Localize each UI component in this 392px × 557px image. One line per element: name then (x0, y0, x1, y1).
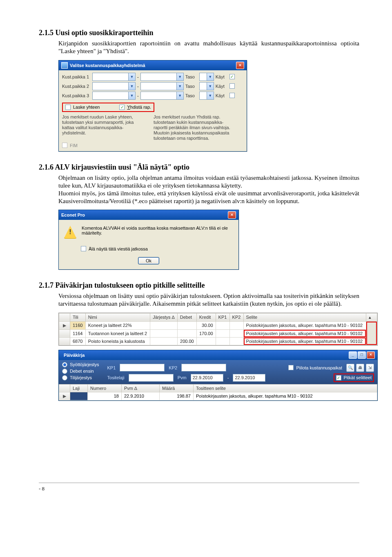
pitkat-checkbox[interactable]: ✓ (336, 375, 341, 380)
cell-selite[interactable]: Poistokirjausten jaksotus, alkuper. tapa… (243, 337, 366, 345)
col-debet[interactable]: Debet (177, 313, 196, 321)
col-nimi[interactable]: Nimi (85, 313, 150, 321)
fim-checkbox[interactable] (62, 143, 67, 148)
pvm-to-input[interactable]: 22.9.2010 (233, 374, 265, 382)
grid-row[interactable]: 1164 Tuotannon koneet ja laitteet 2 170.… (59, 329, 377, 337)
kp1-combo-2[interactable]: ▼ (140, 73, 184, 81)
col-maara[interactable]: Määrä (160, 384, 194, 392)
ok-button[interactable]: Ok (138, 257, 159, 264)
col-kredit[interactable]: Kredit (196, 313, 216, 321)
laske-yhteen-label: Laske yhteen (73, 105, 100, 110)
close-icon[interactable]: × (367, 351, 375, 359)
cell-kredit[interactable]: 170.00 (196, 329, 216, 337)
kp2-combo-1[interactable]: ▼ (92, 82, 136, 90)
cell-jarj[interactable] (150, 329, 178, 337)
preview-icon[interactable]: 🔍 (346, 364, 354, 372)
paivakirja-titlebar[interactable]: Päiväkirja _ □ × (59, 350, 377, 360)
grid-row[interactable]: 6870 Poisto koneista ja kalustosta 200.0… (59, 337, 377, 345)
yhdista-rap-checkbox[interactable]: ✓ (119, 105, 125, 110)
cell-kredit[interactable]: 30.00 (196, 321, 216, 329)
p-217-1: Versiossa ohjelmaan on lisätty uusi opti… (58, 292, 359, 308)
cell-tili[interactable]: 6870 (70, 337, 86, 345)
kp3-combo-2[interactable]: ▼ (140, 92, 184, 100)
close-icon[interactable]: × (228, 211, 236, 219)
cell-laji[interactable] (70, 392, 88, 400)
cell-debet[interactable]: 200.00 (177, 337, 196, 345)
voucher-grid: Tili Nimi Järjestys ∆ Debet Kredit KP1 K… (58, 313, 378, 346)
radio-tilijarjestys[interactable] (62, 375, 67, 380)
pvm-from-input[interactable]: 22.9.2010 (191, 374, 223, 382)
radio-syottojarjestys[interactable] (62, 362, 67, 367)
scrollbar-up-icon[interactable]: ▴ (366, 313, 377, 321)
close-icon[interactable]: × (236, 62, 244, 69)
col-jarjestys[interactable]: Järjestys ∆ (150, 313, 178, 321)
kp1-input[interactable] (120, 364, 165, 371)
heading-217: 2.1.7 Päiväkirjan tulostukseen optio pit… (39, 281, 359, 290)
dialog-title: Valitse kustannuspaikkayhdistelmä (70, 63, 145, 68)
cell-pvm[interactable]: 22.9.2010 (122, 392, 160, 400)
col-numero[interactable]: Numero (88, 384, 122, 392)
econet-titlebar[interactable]: Econet Pro × (59, 210, 238, 220)
kp2-kayt-checkbox[interactable] (229, 83, 235, 89)
cell-tositteen-selite[interactable]: Poistokirjausten jaksotus, alkuper. tapa… (194, 392, 377, 400)
kp1-combo-1[interactable]: ▼ (92, 73, 136, 81)
kp1-kayt-checkbox[interactable]: ✓ (229, 74, 235, 79)
kp1-taso-combo[interactable]: ▼ (199, 73, 214, 81)
econet-message: Komentoa ALVVAH ei voida suorittaa koska… (82, 226, 234, 235)
cell-tili[interactable]: 1160 (70, 321, 86, 329)
piilota-checkbox[interactable] (288, 365, 294, 370)
col-selite[interactable]: Selite (243, 313, 366, 321)
cell-numero[interactable]: 18 (88, 392, 122, 400)
cell-debet[interactable] (177, 329, 196, 337)
col-tili[interactable]: Tili (70, 313, 86, 321)
col-tositteen-selite[interactable]: Tositteen selite (194, 384, 377, 392)
cell-nimi[interactable]: Koneet ja laitteet 22% (85, 321, 150, 329)
heading-215: 2.1.5 Uusi optio suosikkiraportteihin (39, 29, 359, 37)
dont-show-checkbox[interactable] (81, 246, 86, 251)
kp2-input[interactable] (181, 364, 226, 371)
cell-nimi[interactable]: Tuotannon koneet ja laitteet 2 (85, 329, 150, 337)
chevron-down-icon: ▼ (128, 73, 135, 81)
cell-kp1[interactable] (216, 321, 229, 329)
maximize-icon[interactable]: □ (358, 351, 366, 359)
help-left: Jos merkitset ruudun Laske yhteen, tulos… (62, 114, 144, 136)
print-icon[interactable]: 🖶 (356, 364, 364, 372)
col-laji[interactable]: Laji (70, 384, 88, 392)
help-right: Jos merkitset ruudun Yhdistä rap. tulost… (154, 114, 235, 141)
kp2-combo-2[interactable]: ▼ (140, 82, 184, 90)
scrollbar-track[interactable] (366, 321, 377, 345)
tositelaji-input[interactable] (129, 374, 174, 382)
cell-selite[interactable]: Poistokirjausten jaksotus, alkuper. tapa… (243, 329, 366, 337)
col-pvm[interactable]: Pvm ∆ (122, 384, 160, 392)
current-row-icon: ▶ (59, 321, 70, 329)
cell-maara[interactable]: 198.87 (160, 392, 194, 400)
dialog-titlebar[interactable]: Valitse kustannuspaikkayhdistelmä × (59, 60, 247, 70)
kp3-kayt-checkbox[interactable] (229, 93, 235, 98)
kp3-taso-combo[interactable]: ▼ (199, 92, 214, 100)
minimize-icon[interactable]: _ (349, 351, 357, 359)
cell-jarj[interactable] (150, 321, 178, 329)
body-215: Kirjanpidon suosikkiraporttien raportoin… (58, 40, 359, 55)
radio-debet-ensin[interactable] (62, 369, 67, 374)
cell-tili[interactable]: 1164 (70, 329, 86, 337)
col-kp1[interactable]: KP1 (216, 313, 229, 321)
export-icon[interactable]: ⇲ (366, 364, 374, 372)
cell-nimi[interactable]: Poisto koneista ja kalustosta (85, 337, 150, 345)
col-kp2[interactable]: KP2 (229, 313, 243, 321)
cell-selite[interactable]: Poistokirjausten jaksotus, alkuper. tapa… (243, 321, 366, 329)
kp2-taso-combo[interactable]: ▼ (199, 82, 214, 90)
econet-title: Econet Pro (61, 213, 85, 217)
grid-row[interactable]: ▶ 1160 Koneet ja laitteet 22% 30.00 Pois… (59, 321, 377, 329)
cell-kredit[interactable] (196, 337, 216, 345)
yhdista-rap-label: Yhdistä rap. (127, 105, 151, 110)
chevron-down-icon: ▼ (207, 83, 214, 90)
pvm-lbl: Pvm (178, 375, 187, 380)
kp3-combo-1[interactable]: ▼ (92, 92, 136, 100)
laske-yhteen-checkbox[interactable] (65, 105, 71, 110)
p-215-1: Kirjanpidon suosikkiraporttien raportoin… (58, 40, 359, 55)
pk-grid-row[interactable]: ▶ 18 22.9.2010 198.87 Poistokirjausten j… (59, 392, 377, 400)
cell-kp2[interactable] (229, 321, 243, 329)
taso-label: Taso (185, 74, 198, 79)
paivakirja-grid: Laji Numero Pvm ∆ Määrä Tositteen selite… (59, 384, 377, 400)
cell-debet[interactable] (177, 321, 196, 329)
